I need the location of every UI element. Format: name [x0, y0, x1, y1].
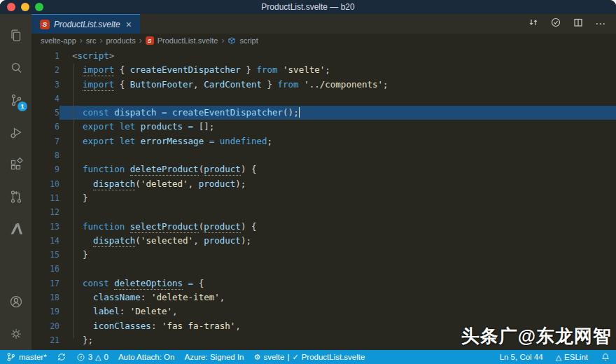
text-cursor — [299, 107, 300, 118]
line-content[interactable]: import { createEventDispatcher } from 's… — [59, 63, 616, 77]
line-content[interactable]: const deleteOptions = { — [59, 276, 616, 290]
code-line[interactable]: 7 export let errorMessage = undefined; — [31, 134, 616, 148]
line-content[interactable]: } — [59, 248, 616, 262]
extensions-icon[interactable] — [0, 148, 31, 181]
sync-changes-item[interactable] — [57, 352, 66, 362]
chevron-right-icon: › — [139, 36, 142, 46]
breadcrumb-file[interactable]: ProductList.svelte — [158, 36, 218, 45]
line-content[interactable] — [59, 92, 616, 106]
open-changes-icon[interactable] — [528, 17, 539, 31]
git-branch-icon — [6, 351, 16, 363]
watermark: 头条广@东龙网智 — [461, 324, 612, 349]
minimize-window-button[interactable] — [21, 3, 29, 11]
chevron-right-icon: › — [99, 36, 102, 46]
zoom-window-button[interactable] — [35, 3, 43, 11]
source-control-icon[interactable]: 1 — [0, 84, 31, 116]
code-editor[interactable]: 1<script>2 import { createEventDispatche… — [31, 48, 616, 350]
breadcrumb-folder[interactable]: svelte-app — [41, 36, 76, 45]
split-editor-icon[interactable] — [573, 17, 584, 31]
github-pull-requests-icon[interactable] — [0, 181, 31, 213]
code-line[interactable]: 17 const deleteOptions = { — [31, 276, 616, 290]
code-line[interactable]: 16 — [31, 262, 616, 276]
line-content[interactable]: dispatch('deleted', product); — [59, 177, 616, 191]
check-circle-icon[interactable] — [550, 17, 561, 31]
code-line[interactable]: 11 } — [31, 191, 616, 205]
line-content[interactable]: className: 'delete-item', — [59, 290, 616, 304]
line-number: 7 — [31, 134, 59, 148]
notifications-bell-icon[interactable] — [601, 352, 610, 362]
chevron-right-icon: › — [80, 36, 83, 46]
chevron-right-icon: › — [221, 36, 224, 46]
breadcrumb-symbol[interactable]: script — [239, 36, 258, 45]
code-line[interactable]: 2 import { createEventDispatcher } from … — [31, 63, 616, 77]
code-line[interactable]: 12 — [31, 205, 616, 219]
gear-icon: ⚙ — [254, 353, 261, 362]
cursor-position-item[interactable]: Ln 5, Col 44 — [500, 353, 543, 361]
line-content[interactable]: const dispatch = createEventDispatcher()… — [59, 106, 616, 120]
line-content[interactable]: export let products = []; — [59, 120, 616, 134]
settings-gear-icon[interactable] — [0, 318, 31, 350]
line-number: 8 — [31, 148, 59, 162]
line-number: 13 — [31, 220, 59, 234]
tab-close-icon[interactable]: × — [125, 20, 133, 29]
code-line[interactable]: 10 dispatch('deleted', product); — [31, 177, 616, 191]
line-number: 21 — [31, 333, 59, 347]
window-title: ProductList.svelte — b20 — [0, 0, 616, 14]
code-line[interactable]: 4 — [31, 92, 616, 106]
line-content[interactable]: function selectProduct(product) { — [59, 220, 616, 234]
line-content[interactable]: } — [59, 191, 616, 205]
code-line[interactable]: 1<script> — [31, 49, 616, 63]
azure-icon[interactable] — [0, 213, 31, 245]
code-line[interactable]: 15 } — [31, 248, 616, 262]
run-debug-icon[interactable] — [0, 116, 31, 148]
auto-attach-item[interactable]: Auto Attach: On — [118, 353, 175, 361]
line-content[interactable]: function deleteProduct(product) { — [59, 162, 616, 176]
warning-count: 0 — [104, 353, 108, 361]
eslint-item[interactable]: △ ESLint — [556, 353, 588, 362]
tab-productlist-svelte[interactable]: S ProductList.svelte × — [31, 14, 140, 34]
explorer-icon[interactable] — [0, 20, 31, 52]
line-number: 16 — [31, 262, 59, 276]
azure-signin-item[interactable]: Azure: Signed In — [184, 353, 244, 361]
code-line[interactable]: 19 label: 'Delete', — [31, 304, 616, 318]
warning-icon: △ — [556, 353, 561, 362]
code-line[interactable]: 9 function deleteProduct(product) { — [31, 162, 616, 176]
line-content[interactable] — [59, 205, 616, 219]
line-content[interactable] — [59, 262, 616, 276]
problems-item[interactable]: 3 △ 0 — [76, 353, 108, 362]
code-line[interactable]: 5 const dispatch = createEventDispatcher… — [31, 106, 616, 120]
svelte-language-item[interactable]: ⚙ svelte | ✓ ProductList.svelte — [254, 353, 365, 362]
line-number: 4 — [31, 92, 59, 106]
line-content[interactable]: label: 'Delete', — [59, 304, 616, 318]
search-icon[interactable] — [0, 52, 31, 84]
account-icon[interactable] — [0, 286, 31, 318]
breadcrumbs: svelte-app › src › products › S ProductL… — [31, 34, 616, 48]
more-actions-icon[interactable]: ⋯ — [595, 18, 606, 30]
code-line[interactable]: 8 — [31, 148, 616, 162]
error-icon — [76, 353, 85, 362]
line-content[interactable] — [59, 148, 616, 162]
editor-actions: ⋯ — [528, 14, 616, 34]
line-content[interactable]: <script> — [59, 49, 616, 63]
line-number: 17 — [31, 276, 59, 290]
sync-icon — [57, 352, 66, 362]
code-line[interactable]: 3 import { ButtonFooter, CardContent } f… — [31, 78, 616, 92]
code-line[interactable]: 13 function selectProduct(product) { — [31, 220, 616, 234]
line-number: 3 — [31, 78, 59, 92]
git-branch-item[interactable]: master* — [6, 351, 47, 363]
line-number: 14 — [31, 234, 59, 248]
scm-badge: 1 — [18, 102, 27, 111]
breadcrumb-folder[interactable]: products — [106, 36, 135, 45]
code-line[interactable]: 6 export let products = []; — [31, 120, 616, 134]
line-number: 10 — [31, 177, 59, 191]
line-number: 18 — [31, 290, 59, 304]
line-content[interactable]: export let errorMessage = undefined; — [59, 134, 616, 148]
breadcrumb-folder[interactable]: src — [86, 36, 97, 45]
code-line[interactable]: 14 dispatch('selected', product); — [31, 234, 616, 248]
line-content[interactable]: import { ButtonFooter, CardContent } fro… — [59, 78, 616, 92]
code-line[interactable]: 18 className: 'delete-item', — [31, 290, 616, 304]
line-content[interactable]: dispatch('selected', product); — [59, 234, 616, 248]
check-icon: ✓ — [292, 353, 298, 362]
close-window-button[interactable] — [7, 3, 15, 11]
tab-label: ProductList.svelte — [54, 20, 120, 29]
